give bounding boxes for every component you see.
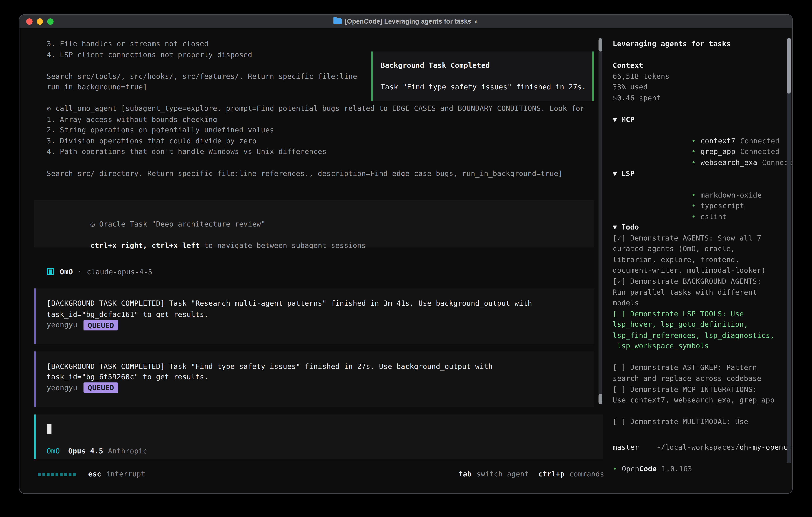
transcript-line: 1. Array access without bounds checking [47, 114, 623, 125]
todo-line: curated agents (OmO, oracle, [613, 244, 787, 254]
section-items: •markdown-oxide •typescript •eslint [613, 179, 787, 211]
separator-dot: · [78, 268, 82, 276]
todo-line: [✓] Demonstrate BACKGROUND AGENTS: [613, 276, 787, 287]
author: yeongyu [47, 320, 77, 330]
prompt-input[interactable]: OmO Opus 4.5 Anthropic [34, 414, 603, 459]
todo-list: [✓] Demonstrate AGENTS: Show all 7curate… [613, 233, 787, 427]
item-name: typescript [700, 201, 744, 210]
esc-hint: esc interrupt [88, 470, 145, 478]
section-item: •markdown-oxide [613, 179, 787, 190]
sidebar: Leveraging agents for tasks Context 66,5… [613, 38, 787, 474]
screen: [OpenCode] Leveraging agents for tasks ◐… [0, 0, 812, 517]
message-meta: yeongyu QUEUED [47, 320, 594, 330]
ctrl-p-key: ctrl+p [538, 470, 564, 478]
input-agent-name: OmO [47, 445, 60, 456]
spinner-dots-icon: ▪▪▪▪▪▪▪▪▪ [37, 470, 77, 478]
message-list: [BACKGROUND TASK COMPLETED] Task "Resear… [34, 289, 623, 407]
context-stat-line: 66,518 tokens [613, 71, 787, 82]
transcript-line: Search src/ directory. Return specific f… [47, 168, 623, 179]
main-scrollbar-thumb-top[interactable] [599, 38, 602, 52]
transcript-line [47, 157, 623, 168]
agent-header: OmO · claude-opus-4-5 [47, 266, 623, 277]
notification-toast[interactable]: Background Task Completed Task "Find typ… [371, 52, 594, 101]
todo-heading[interactable]: ▼ Todo [613, 222, 787, 233]
workspace-path: ~/local-workspaces/ [656, 443, 740, 452]
commands-label: commands [569, 470, 604, 478]
notification-title: Background Task Completed [381, 60, 592, 71]
todo-line: [ ] Demonstrate LSP TOOLS: Use [613, 308, 787, 319]
message-block: [BACKGROUND TASK COMPLETED] Task "Resear… [34, 289, 594, 344]
commands-hint: ctrl+p commands [538, 470, 604, 478]
sidebar-sections: ▼ MCP •context7Connected •grep_appConnec… [613, 114, 787, 222]
agent-model: claude-opus-4-5 [87, 268, 152, 276]
minimize-button[interactable] [37, 19, 43, 25]
todo-line: librarian, explore, frontend, [613, 254, 787, 265]
section-heading[interactable]: ▼ MCP [613, 114, 787, 125]
item-name: context7 [700, 137, 735, 145]
oracle-task-panel: ◎ Oracle Task "Deep architecture review"… [34, 200, 594, 247]
todo-line: Use context7, websearch_exa, grep_app [613, 394, 787, 405]
app-window: [OpenCode] Leveraging agents for tasks ◐… [19, 14, 793, 494]
item-status: Connected [740, 147, 780, 156]
session-title: Leveraging agents for tasks [613, 38, 787, 49]
bullet-icon: • [613, 463, 617, 474]
titlebar[interactable]: [OpenCode] Leveraging agents for tasks ◐ [19, 15, 792, 28]
message-text-line1: [BACKGROUND TASK COMPLETED] Task "Find t… [47, 361, 594, 372]
bullet-icon: • [691, 191, 696, 199]
todo-line: search and replace across codebase [613, 373, 787, 384]
interrupt-label: interrupt [106, 470, 145, 478]
context-stat-line: 33% used [613, 82, 787, 92]
transcript-line: 3. Division operations that could divide… [47, 136, 623, 146]
transcript-line: 2. String operations on potentially unde… [47, 125, 623, 136]
bullseye-icon: ◎ [90, 219, 95, 228]
message-meta: yeongyu QUEUED [47, 382, 594, 393]
main-scrollbar-thumb-bottom[interactable] [599, 394, 602, 404]
half-circle-icon: ◐ [474, 18, 478, 25]
bullet-icon: • [691, 212, 696, 220]
todo-item: [ ] Demonstrate LSP TOOLS: Uselsp_hover,… [613, 308, 787, 351]
agent-name: OmO [60, 268, 73, 276]
todo-line: [✓] Demonstrate AGENTS: Show all 7 [613, 233, 787, 244]
todo-item: [ ] Demonstrate MULTIMODAL: Use [613, 416, 787, 427]
queued-badge: QUEUED [84, 383, 118, 393]
zoom-button[interactable] [47, 19, 54, 25]
bullet-icon: • [691, 137, 696, 145]
item-name: websearch_exa [700, 158, 757, 166]
close-button[interactable] [26, 19, 33, 25]
agent-square-icon [47, 268, 54, 275]
app-name-bold: Code [639, 463, 657, 474]
todo-item: [ ] Demonstrate AST-GREP: Patternsearch … [613, 362, 787, 384]
todo-item: [ ] Demonstrate MCP INTEGRATIONS:Use con… [613, 384, 787, 405]
bullet-icon: • [691, 147, 696, 156]
notification-body: Task "Find type safety issues" finished … [381, 82, 592, 92]
message-text-line2: task_id="bg_6f59260c" to get results. [47, 372, 594, 382]
sidebar-scrollbar-thumb[interactable] [787, 38, 791, 93]
todo-item: [✓] Demonstrate AGENTS: Show all 7curate… [613, 233, 787, 276]
model-selector[interactable]: OmO Opus 4.5 Anthropic [47, 445, 603, 456]
window-title: [OpenCode] Leveraging agents for tasks ◐ [333, 18, 478, 25]
todo-line: [ ] Demonstrate AST-GREP: Pattern [613, 362, 787, 373]
sidebar-section: ▼ MCP •context7Connected •grep_appConnec… [613, 114, 787, 168]
item-name: markdown-oxide [700, 191, 762, 199]
workspace-name: oh-my-opencode: [740, 443, 793, 452]
sidebar-scrollbar[interactable] [787, 38, 791, 463]
oracle-hint: ctrl+x right, ctrl+x left to navigate be… [47, 229, 594, 240]
todo-line: document-writer, multimodal-looker) [613, 265, 787, 276]
switch-agent-label: switch agent [476, 470, 529, 478]
main-scrollbar[interactable] [599, 38, 602, 404]
oracle-task-title: Oracle Task "Deep architecture review" [95, 219, 265, 228]
context-stat-line: $0.46 spent [613, 92, 787, 103]
context-stats: 66,518 tokens33% used$0.46 spent [613, 71, 787, 103]
hint-text: to navigate between subagent sessions [200, 241, 366, 249]
traffic-lights [26, 15, 54, 28]
esc-key: esc [88, 470, 101, 478]
input-line[interactable] [47, 424, 603, 434]
author: yeongyu [47, 382, 77, 393]
todo-line: models [613, 298, 787, 308]
todo-item: [✓] Demonstrate BACKGROUND AGENTS:Run pa… [613, 276, 787, 308]
folder-icon [333, 19, 342, 24]
input-provider-name: Anthropic [108, 445, 147, 456]
item-name: eslint [700, 212, 727, 220]
todo-line: [ ] Demonstrate MCP INTEGRATIONS: [613, 384, 787, 394]
app-name: Open [622, 463, 639, 474]
